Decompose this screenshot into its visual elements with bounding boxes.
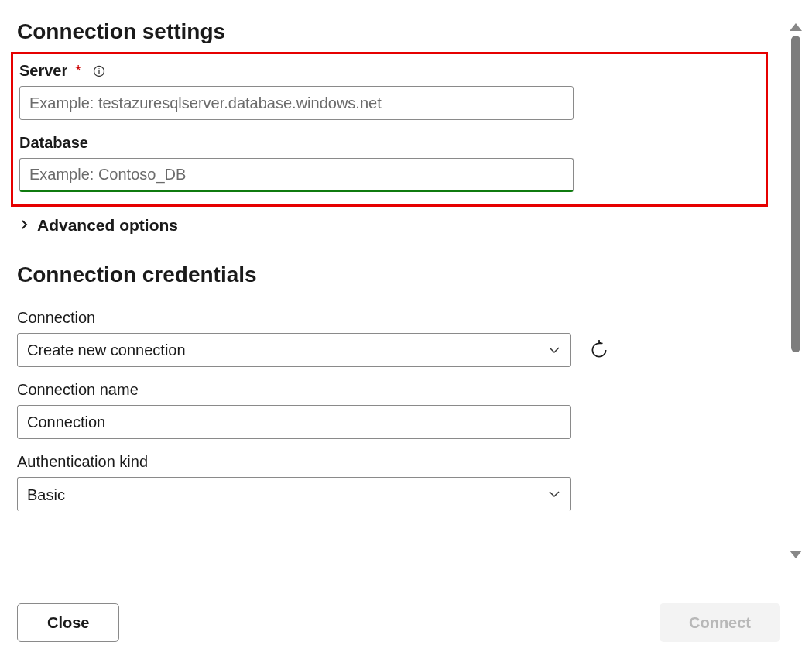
svg-point-2	[98, 68, 99, 69]
auth-kind-select[interactable]: Basic	[17, 477, 571, 511]
connection-name-field: Connection name	[17, 381, 762, 439]
connection-select[interactable]: Create new connection	[17, 333, 571, 367]
refresh-button[interactable]	[588, 339, 610, 361]
scroll-thumb[interactable]	[791, 36, 800, 352]
close-button[interactable]: Close	[17, 603, 119, 642]
connection-label: Connection	[17, 309, 762, 327]
server-input[interactable]	[19, 86, 574, 120]
database-label: Database	[19, 134, 759, 152]
scroll-down-icon[interactable]	[790, 551, 802, 558]
database-field: Database	[19, 134, 759, 192]
highlighted-region: Server * Database	[11, 52, 768, 207]
server-label-text: Server	[19, 62, 67, 80]
connection-name-label: Connection name	[17, 381, 762, 399]
advanced-options-toggle[interactable]: Advanced options	[20, 216, 762, 235]
connection-field: Connection Create new connection	[17, 309, 762, 367]
chevron-right-icon	[20, 218, 29, 234]
server-label: Server *	[19, 62, 759, 80]
connection-settings-heading: Connection settings	[17, 19, 762, 44]
dialog-body: Connection settings Server * Database	[0, 0, 779, 659]
info-icon[interactable]	[92, 64, 106, 78]
database-label-text: Database	[19, 134, 88, 152]
database-input[interactable]	[19, 158, 574, 192]
connection-name-input[interactable]	[17, 405, 571, 439]
auth-kind-label: Authentication kind	[17, 453, 762, 471]
connection-credentials-heading: Connection credentials	[17, 263, 762, 287]
auth-kind-field: Authentication kind Basic	[17, 453, 762, 511]
vertical-scrollbar[interactable]	[786, 23, 805, 558]
advanced-options-label: Advanced options	[37, 216, 178, 235]
connect-button[interactable]: Connect	[660, 603, 780, 642]
scroll-up-icon[interactable]	[790, 23, 802, 31]
server-field: Server *	[19, 62, 759, 120]
dialog-footer: Close Connect	[17, 603, 780, 642]
required-marker: *	[75, 62, 81, 80]
scroll-track[interactable]	[791, 36, 800, 546]
